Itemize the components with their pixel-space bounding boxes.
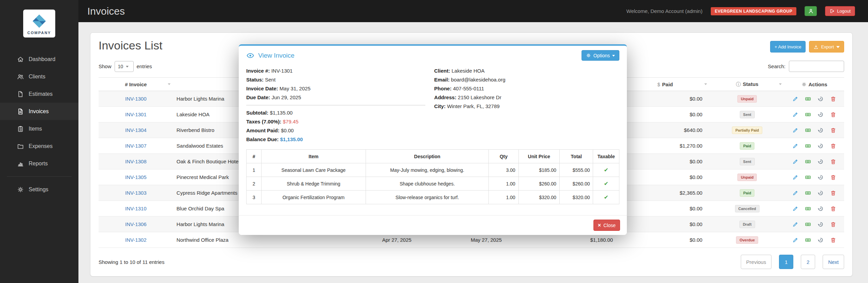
user-button[interactable] [805,6,817,16]
edit-invoice-button[interactable] [791,204,799,213]
add-payment-button[interactable] [804,157,812,166]
edit-invoice-button[interactable] [791,110,799,119]
detail-line: Status: Sent [246,75,425,84]
delete-invoice-button[interactable] [829,189,838,197]
edit-invoice-button[interactable] [791,236,799,244]
history-button[interactable] [816,110,825,119]
history-button[interactable] [816,220,825,228]
edit-invoice-button[interactable] [791,94,799,103]
modal-footer: × Close [239,215,627,235]
sidebar-item-invoices[interactable]: Invoices [0,103,78,120]
invoice-link[interactable]: INV-1305 [125,174,147,180]
invoice-link[interactable]: INV-1302 [125,237,147,243]
close-label: Close [603,223,616,228]
history-icon [818,221,824,227]
logout-label: Logout [837,9,851,14]
delete-invoice-button[interactable] [829,236,838,244]
add-payment-button[interactable] [804,220,812,228]
invoice-link[interactable]: INV-1306 [125,221,147,227]
search-input[interactable] [789,61,844,72]
logout-button[interactable]: Logout [825,6,855,16]
header-paid[interactable]: $Paid [620,78,710,91]
history-button[interactable] [816,157,825,166]
status-badge: Paid [740,142,754,150]
sidebar-item-label: Expenses [29,143,53,149]
status-badge: Sent [740,158,755,165]
delete-invoice-button[interactable] [829,126,838,134]
export-button[interactable]: Export [809,41,844,53]
status-badge: Partially Paid [732,126,762,134]
status-badge: Sent [740,111,755,118]
sidebar-item-items[interactable]: Items [0,120,78,137]
invoice-link[interactable]: INV-1301 [125,111,147,117]
org-badge[interactable]: EVERGREEN LANDSCAPING GROUP [711,7,797,15]
delete-invoice-button[interactable] [829,157,838,166]
item-total: $320.00 [560,191,593,204]
add-invoice-button[interactable]: + Add Invoice [770,41,806,53]
edit-invoice-button[interactable] [791,189,799,197]
sidebar-item-clients[interactable]: Clients [0,68,78,85]
pagination-previous-button[interactable]: Previous [741,255,771,269]
history-button[interactable] [816,142,825,150]
delete-invoice-button[interactable] [829,110,838,119]
card-heading: Invoices List [99,39,162,52]
history-button[interactable] [816,126,825,134]
history-button[interactable] [816,173,825,181]
add-payment-button[interactable] [804,94,812,103]
add-payment-button[interactable] [804,126,812,134]
sort-icon [704,84,707,85]
page-length-select[interactable]: 10 [115,61,134,72]
history-button[interactable] [816,189,825,197]
delete-invoice-button[interactable] [829,94,838,103]
invoice-link[interactable]: INV-1304 [125,127,147,133]
sidebar-item-reports[interactable]: Reports [0,155,78,172]
sidebar-item-expenses[interactable]: Expenses [0,137,78,155]
header-status[interactable]: Status [710,78,784,91]
trash-icon [830,111,836,118]
invoice-link[interactable]: INV-1307 [125,143,147,149]
pagination-page-1-button[interactable]: 1 [779,255,793,269]
invoice-link[interactable]: INV-1310 [125,206,147,211]
add-payment-button[interactable] [804,204,812,213]
edit-invoice-button[interactable] [791,142,799,150]
sidebar-item-label: Dashboard [29,56,55,62]
edit-invoice-button[interactable] [791,126,799,134]
trash-icon [830,190,836,196]
add-payment-button[interactable] [804,236,812,244]
user-icon [808,8,814,14]
delete-invoice-button[interactable] [829,220,838,228]
detail-line: Invoice Date: May 31, 2025 [246,84,425,93]
options-button[interactable]: Options [582,50,619,61]
sidebar-item-label: Reports [29,161,48,167]
sidebar-item-estimates[interactable]: Estimates [0,85,78,103]
add-payment-button[interactable] [804,189,812,197]
sidebar-item-settings[interactable]: Settings [0,181,78,198]
add-payment-button[interactable] [804,142,812,150]
company-logo[interactable]: COMPANY [23,10,55,38]
header-invoice[interactable]: # Invoice [99,78,173,91]
delete-invoice-button[interactable] [829,142,838,150]
sidebar-item-dashboard[interactable]: Dashboard [0,50,78,68]
pagination-next-button[interactable]: Next [823,255,844,269]
history-button[interactable] [816,236,825,244]
invoice-link[interactable]: INV-1303 [125,190,147,196]
history-button[interactable] [816,94,825,103]
delete-invoice-button[interactable] [829,173,838,181]
item-qty: 1.00 [489,177,518,191]
history-button[interactable] [816,204,825,213]
taxable-check-icon [604,167,608,173]
close-modal-button[interactable]: × Close [593,220,620,231]
invoice-link[interactable]: INV-1300 [125,96,147,102]
pencil-icon [792,221,798,227]
edit-invoice-button[interactable] [791,157,799,166]
invoice-link[interactable]: INV-1308 [125,159,147,164]
paid-cell: $0.00 [620,91,710,107]
items-header-description: Description [366,150,489,163]
edit-invoice-button[interactable] [791,173,799,181]
edit-invoice-button[interactable] [791,220,799,228]
pagination-page-2-button[interactable]: 2 [801,255,815,269]
add-payment-button[interactable] [804,110,812,119]
options-label: Options [593,53,610,58]
delete-invoice-button[interactable] [829,204,838,213]
add-payment-button[interactable] [804,173,812,181]
